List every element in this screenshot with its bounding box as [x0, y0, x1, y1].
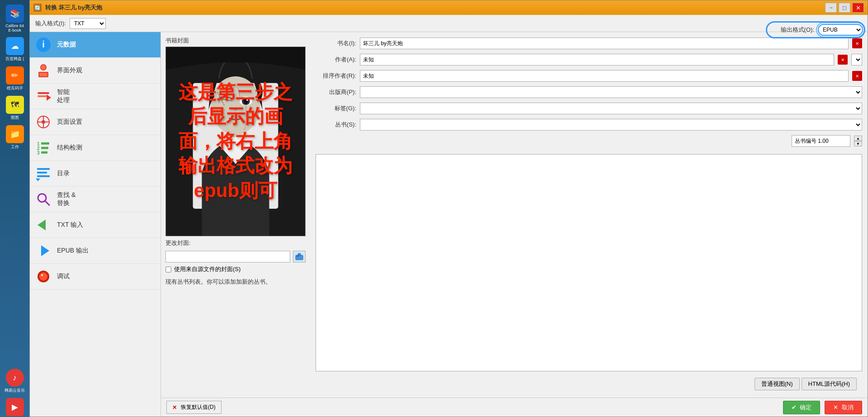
sidebar-label-txt: TXT 输入	[57, 221, 83, 229]
book-name-input[interactable]	[360, 37, 849, 49]
svg-rect-16	[41, 147, 48, 149]
sidebar-item-page[interactable]: 页面设置	[30, 109, 160, 135]
desktop-icon-calibre[interactable]: 📚 Calibre 64 E-book	[2, 5, 27, 33]
minimize-button[interactable]: －	[825, 3, 837, 13]
description-box[interactable]	[316, 154, 862, 371]
desktop-icon-dict[interactable]: 🗺 图图	[2, 96, 27, 121]
confirm-button[interactable]: ✔ 确定	[783, 401, 821, 414]
use-source-cover-row: 使用来自源文件的封面(S)	[165, 265, 306, 273]
sidebar-item-struct[interactable]: 1 2 3 结构检测	[30, 135, 160, 161]
metadata-icon: i	[35, 37, 52, 53]
sidebar-item-metadata[interactable]: i 元数据	[30, 32, 160, 58]
svg-rect-5	[39, 73, 47, 76]
annotation-text: 这是第三步之后显示的画面，将右上角输出格式改为epub则可	[166, 75, 305, 208]
svg-point-29	[41, 274, 43, 276]
struct-icon: 1 2 3	[35, 140, 52, 156]
html-view-button[interactable]: HTML源代码(H)	[802, 378, 857, 390]
toolbar: 输入格式(I): TXT EPUB MOBI PDF	[30, 15, 868, 32]
normal-view-button[interactable]: 普通视图(N)	[755, 378, 800, 390]
sidebar-label-epub: EPUB 输出	[57, 247, 89, 255]
sort-author-input[interactable]	[360, 70, 849, 82]
txt-icon	[35, 217, 52, 233]
series-number-up[interactable]: ▲	[854, 136, 862, 141]
restore-defaults-button[interactable]: ✕ 恢复默认值(D)	[166, 401, 222, 414]
book-name-row: 书名(I): ✕	[316, 37, 862, 49]
desktop-icon-baidu[interactable]: ☁ 百度网盘 (	[2, 37, 27, 62]
series-number-input[interactable]	[792, 135, 850, 147]
output-format-select[interactable]: EPUB MOBI AZW3 PDF	[818, 24, 863, 36]
svg-point-12	[42, 120, 45, 124]
svg-rect-7	[38, 95, 47, 97]
svg-text:3: 3	[37, 150, 40, 155]
sidebar-item-txt[interactable]: TXT 输入	[30, 212, 160, 238]
sidebar-item-toc[interactable]: 目录	[30, 161, 160, 187]
sidebar-label-search: 查找 &替换	[57, 191, 75, 207]
desktop: 📚 Calibre 64 E-book ☁ 百度网盘 ( ✏ 橙瓜码字 🗺 图图…	[0, 0, 29, 417]
author-input[interactable]	[360, 54, 834, 66]
series-row: 丛书(S):	[316, 119, 862, 131]
series-number-spinners: ▲ ▼	[854, 136, 862, 146]
series-number-row: ▲ ▼	[316, 135, 862, 147]
desktop-icon-flash[interactable]: ▶	[2, 398, 27, 417]
sidebar-item-smart[interactable]: 智能处理	[30, 84, 160, 109]
publisher-label: 出版商(P):	[316, 88, 356, 96]
publisher-row: 出版商(P):	[316, 86, 862, 98]
svg-rect-14	[41, 142, 49, 145]
tags-select[interactable]	[360, 103, 862, 114]
app-icon: 🔄	[33, 4, 42, 12]
main-content: i 元数据 界面外观	[30, 32, 868, 417]
page-icon	[35, 114, 52, 130]
svg-rect-18	[41, 151, 47, 154]
right-panel: 书籍封面	[161, 32, 868, 417]
sidebar-label-smart: 智能处理	[57, 88, 70, 104]
author-row: 作者(A): ✕ ▼	[316, 54, 862, 66]
input-format-label: 输入格式(I):	[35, 19, 66, 28]
sidebar: i 元数据 界面外观	[30, 32, 161, 417]
cover-browse-button[interactable]	[293, 251, 306, 262]
book-cover-label: 书籍封面	[165, 37, 306, 45]
maximize-button[interactable]: □	[839, 3, 850, 13]
series-select[interactable]	[360, 119, 862, 131]
author-dropdown[interactable]: ▼	[851, 54, 862, 66]
svg-marker-8	[47, 94, 51, 101]
svg-text:i: i	[42, 39, 45, 49]
sidebar-item-ui[interactable]: 界面外观	[30, 58, 160, 84]
close-button[interactable]: ✕	[852, 3, 864, 13]
sidebar-item-search[interactable]: 查找 &替换	[30, 187, 160, 212]
book-cover-image: 这是第三步之后显示的画面，将右上角输出格式改为epub则可	[165, 47, 306, 236]
sort-author-clear-button[interactable]: ✕	[852, 71, 862, 81]
update-cover-label: 更改封面:	[165, 239, 306, 247]
desktop-icon-chengua[interactable]: ✏ 橙瓜码字	[2, 66, 27, 91]
smart-icon	[35, 88, 52, 104]
book-name-label: 书名(I):	[316, 39, 356, 47]
debug-icon	[35, 268, 52, 285]
input-format-select[interactable]: TXT EPUB MOBI PDF	[70, 18, 106, 29]
cancel-button[interactable]: ✕ 取消	[825, 401, 862, 414]
author-clear-button[interactable]: ✕	[838, 55, 848, 65]
desktop-icon-netease[interactable]: ♪ 网易云音乐	[2, 369, 27, 394]
sort-author-label: 排序作者(R):	[316, 72, 356, 80]
svg-marker-26	[41, 245, 49, 256]
svg-marker-25	[38, 220, 46, 230]
desktop-icon-work[interactable]: 📁 工作	[2, 125, 27, 150]
metadata-panel: 书名(I): ✕ 作者(A): ✕ ▼ 排序作者(R):	[310, 32, 868, 398]
tags-label: 标签(G):	[316, 104, 356, 112]
svg-rect-21	[37, 175, 50, 177]
book-name-clear-button[interactable]: ✕	[852, 38, 862, 48]
app-window: 🔄 转换 坏三儿 by亮天炮 － □ ✕ 输入格式(I): TXT EPUB M…	[29, 0, 868, 417]
sidebar-label-metadata: 元数据	[57, 41, 76, 49]
window-controls: － □ ✕	[825, 3, 864, 13]
bottom-bar: ✕ 恢复默认值(D) ✔ 确定 ✕ 取消	[161, 398, 868, 417]
window-title: 转换 坏三儿 by亮天炮	[45, 4, 825, 12]
sidebar-item-epub[interactable]: EPUB 输出	[30, 238, 160, 264]
sort-author-row: 排序作者(R): ✕	[316, 70, 862, 82]
cover-path-input[interactable]	[165, 251, 290, 262]
sidebar-label-ui: 界面外观	[57, 66, 82, 75]
sidebar-item-debug[interactable]: 调试	[30, 264, 160, 290]
use-source-cover-checkbox[interactable]	[165, 267, 171, 272]
svg-rect-40	[298, 253, 301, 255]
update-cover-row	[165, 251, 306, 262]
publisher-select[interactable]	[360, 86, 862, 98]
series-label: 丛书(S):	[316, 121, 356, 129]
series-number-down[interactable]: ▼	[854, 141, 862, 146]
